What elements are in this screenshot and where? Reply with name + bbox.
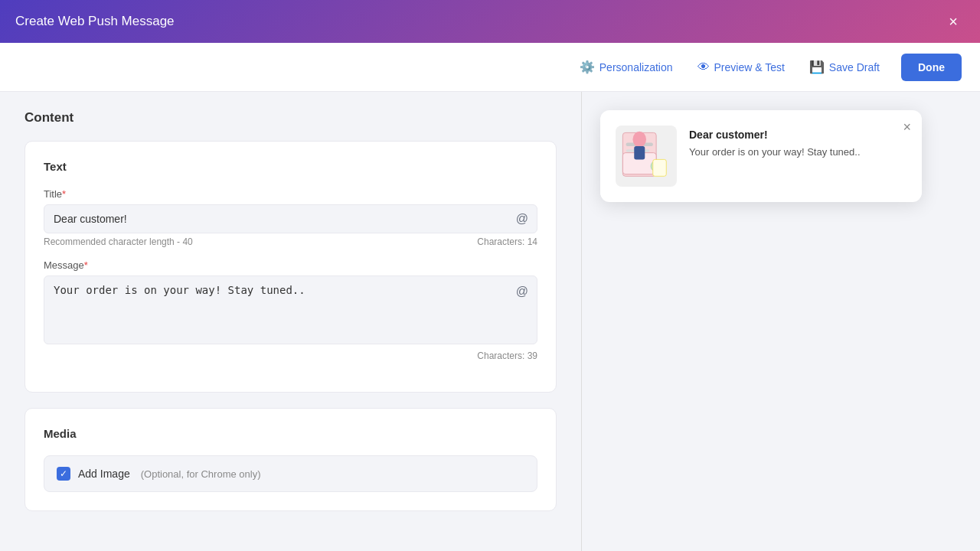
- notification-content: Dear customer! Your order is on your way…: [689, 126, 906, 159]
- title-hint: Recommended character length - 40 Charac…: [44, 236, 537, 247]
- message-at-icon[interactable]: @: [516, 285, 528, 298]
- media-card: Media ✓ Add Image (Optional, for Chrome …: [24, 408, 557, 511]
- text-card-title: Text: [44, 160, 537, 173]
- toolbar: ⚙️ Personalization 👁 Preview & Test 💾 Sa…: [0, 43, 980, 92]
- right-panel: Dear customer! Your order is on your way…: [582, 92, 980, 551]
- title-hint-left: Recommended character length - 40: [44, 236, 193, 247]
- save-draft-button[interactable]: 💾 Save Draft: [800, 54, 889, 80]
- add-image-row: ✓ Add Image (Optional, for Chrome only): [44, 455, 537, 492]
- notification-close-button[interactable]: ×: [903, 119, 911, 135]
- message-field-group: Message* @ Characters: 39: [44, 259, 537, 361]
- done-button[interactable]: Done: [901, 54, 962, 81]
- message-hint: Characters: 39: [44, 350, 537, 361]
- message-label: Message*: [44, 259, 537, 271]
- add-image-checkbox[interactable]: ✓: [57, 467, 70, 481]
- title-field-group: Title* @ Recommended character length - …: [44, 188, 537, 247]
- main-layout: Content Text Title* @ Recommended charac…: [0, 92, 980, 551]
- save-icon: 💾: [809, 60, 825, 74]
- personalization-label: Personalization: [599, 61, 673, 73]
- notification-preview: Dear customer! Your order is on your way…: [600, 110, 922, 202]
- title-at-icon[interactable]: @: [516, 212, 528, 226]
- svg-rect-6: [634, 146, 645, 160]
- svg-point-5: [633, 132, 647, 148]
- header-title: Create Web Push Message: [15, 14, 175, 29]
- add-image-sublabel: (Optional, for Chrome only): [141, 468, 261, 480]
- personalization-button[interactable]: ⚙️ Personalization: [570, 54, 682, 80]
- add-image-label: Add Image: [78, 468, 130, 480]
- gear-icon: ⚙️: [580, 60, 595, 74]
- preview-image-svg: [619, 129, 673, 183]
- preview-test-label: Preview & Test: [714, 61, 785, 73]
- content-section-title: Content: [24, 110, 557, 126]
- title-input-wrapper: @: [44, 204, 537, 233]
- title-char-count: Characters: 14: [477, 236, 537, 247]
- preview-test-button[interactable]: 👁 Preview & Test: [688, 54, 794, 80]
- save-draft-label: Save Draft: [829, 61, 880, 73]
- header-close-button[interactable]: ×: [942, 10, 965, 33]
- title-input[interactable]: [44, 204, 537, 233]
- svg-rect-8: [653, 159, 667, 176]
- checkbox-checkmark: ✓: [60, 468, 67, 479]
- message-textarea[interactable]: [44, 276, 537, 344]
- title-label: Title*: [44, 188, 537, 200]
- text-card: Text Title* @ Recommended character leng…: [24, 141, 557, 393]
- media-card-title: Media: [44, 427, 537, 440]
- notification-title: Dear customer!: [689, 129, 906, 141]
- notification-image: [616, 126, 677, 187]
- message-char-count: Characters: 39: [477, 350, 537, 361]
- left-panel: Content Text Title* @ Recommended charac…: [0, 92, 582, 551]
- eye-icon: 👁: [697, 60, 710, 74]
- notification-message: Your order is on your way! Stay tuned..: [689, 145, 906, 159]
- message-input-wrapper: @: [44, 276, 537, 347]
- header: Create Web Push Message ×: [0, 0, 980, 43]
